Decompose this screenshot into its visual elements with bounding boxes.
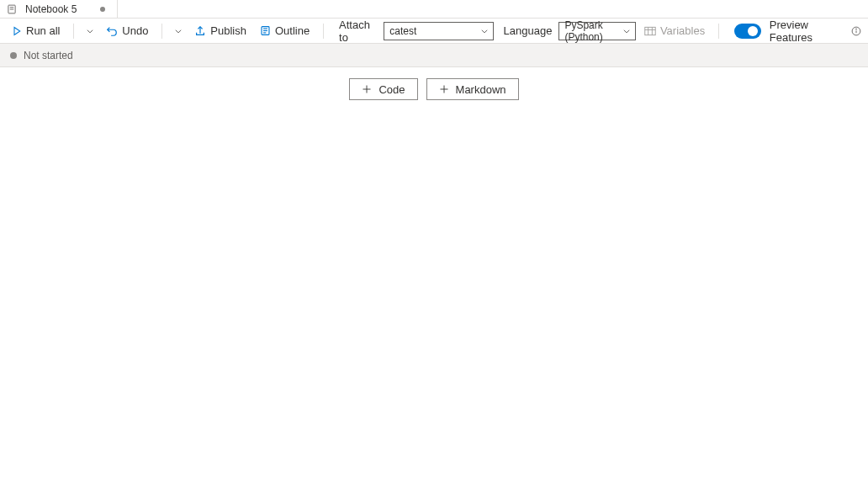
separator (718, 24, 719, 39)
add-markdown-button[interactable]: Markdown (426, 78, 519, 100)
undo-button[interactable]: Undo (101, 22, 153, 40)
plus-icon (362, 84, 372, 94)
svg-marker-3 (14, 27, 20, 34)
publish-label: Publish (210, 24, 246, 37)
attach-to-value: catest (389, 25, 416, 37)
toolbar: Run all Undo Publish (0, 19, 868, 44)
notebook-icon (7, 4, 17, 14)
status-text: Not started (24, 50, 73, 61)
toggle-knob (748, 26, 758, 36)
chevron-down-icon (480, 27, 489, 35)
tab-title: Notebook 5 (25, 3, 77, 15)
add-markdown-label: Markdown (456, 83, 506, 96)
publish-icon (194, 25, 206, 37)
outline-button[interactable]: Outline (255, 22, 315, 40)
variables-icon (644, 26, 656, 36)
run-all-label: Run all (26, 24, 60, 37)
undo-label: Undo (122, 24, 148, 37)
status-dot-icon (10, 52, 17, 59)
add-code-button[interactable]: Code (349, 78, 417, 100)
dirty-indicator-icon (100, 7, 105, 12)
run-all-dropdown[interactable] (82, 24, 98, 38)
plus-icon (439, 84, 449, 94)
language-select[interactable]: PySpark (Python) (558, 22, 636, 40)
variables-button[interactable]: Variables (639, 22, 710, 40)
publish-button[interactable]: Publish (189, 22, 251, 40)
separator (73, 24, 74, 39)
info-icon[interactable] (851, 26, 861, 36)
svg-point-14 (856, 29, 857, 29)
language-label: Language (497, 24, 556, 37)
svg-rect-8 (645, 27, 655, 34)
run-all-button[interactable]: Run all (7, 22, 65, 40)
separator (323, 24, 324, 39)
play-icon (12, 26, 22, 36)
attach-to-label: Attach to (332, 19, 380, 44)
tab-notebook[interactable]: Notebook 5 (0, 0, 118, 18)
separator (161, 24, 162, 39)
chevron-down-icon (622, 27, 631, 35)
outline-icon (260, 25, 271, 36)
preview-features-toggle[interactable] (734, 24, 761, 39)
variables-label: Variables (660, 24, 705, 37)
tab-bar: Notebook 5 (0, 0, 868, 19)
language-value: PySpark (Python) (564, 19, 618, 43)
preview-features-label: Preview Features (765, 19, 848, 44)
content-area: Code Markdown (0, 67, 868, 100)
status-bar: Not started (0, 44, 868, 67)
undo-icon (106, 25, 118, 37)
outline-label: Outline (275, 24, 310, 37)
add-code-label: Code (378, 83, 405, 96)
attach-to-select[interactable]: catest (384, 22, 493, 40)
undo-dropdown[interactable] (171, 24, 186, 38)
